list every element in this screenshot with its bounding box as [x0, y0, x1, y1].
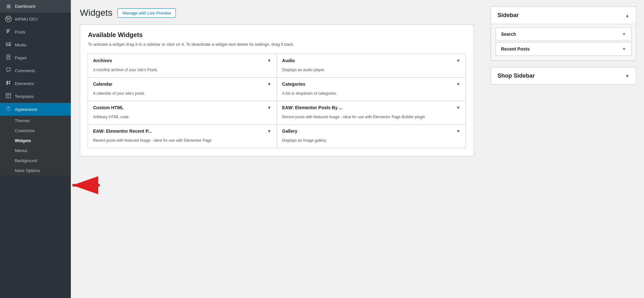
sidebar-item-elementor[interactable]: Elementor [0, 77, 71, 90]
widget-description: A list or dropdown of categories. [277, 91, 466, 101]
sidebar-section-header[interactable]: Sidebar ▲ [491, 7, 636, 24]
sidebar-item-label: Pages [15, 55, 66, 60]
widget-item-gallery[interactable]: Gallery ▼ Displays an image gallery. [277, 124, 466, 148]
submenu-item-themes[interactable]: Themes [0, 116, 71, 126]
sidebar-item-label: Elementor [15, 81, 66, 86]
sidebar-widget-search[interactable]: Search ▼ [496, 27, 631, 41]
widget-header[interactable]: EAW: Elementor Posts By ... ▼ [277, 101, 466, 114]
widget-name: EAW: Elementor Recent P... [93, 129, 152, 134]
submenu-item-widgets[interactable]: Widgets [0, 136, 71, 146]
wpmu-icon: W [5, 16, 12, 22]
submenu-item-background[interactable]: Background [0, 156, 71, 166]
chevron-down-icon: ▼ [456, 129, 460, 134]
submenu-item-neve-options[interactable]: Neve Options [0, 166, 71, 176]
elementor-icon [5, 80, 12, 87]
sidebar-item-templates[interactable]: Templates [0, 90, 71, 103]
sidebar-item-posts[interactable]: Posts [0, 25, 71, 38]
submenu-label: Widgets [15, 138, 31, 143]
right-panel: Sidebar ▲ Search ▼ Recent Posts ▼ Shop S… [483, 0, 644, 298]
sidebar-widgets-list: Search ▼ Recent Posts ▼ [491, 24, 636, 60]
svg-rect-1 [6, 30, 9, 31]
admin-sidebar: ⊞ Dashboard W WPMU DEV Posts Media Pages… [0, 0, 71, 298]
widget-header[interactable]: EAW: Elementor Recent P... ▼ [88, 125, 277, 138]
submenu-item-customize[interactable]: Customize [0, 126, 71, 136]
sidebar-item-media[interactable]: Media [0, 38, 71, 51]
chevron-down-icon: ▼ [267, 82, 271, 87]
submenu-label: Background [15, 158, 37, 163]
widget-header[interactable]: Custom HTML ▼ [88, 101, 277, 114]
chevron-down-icon: ▼ [625, 73, 630, 79]
svg-rect-0 [6, 29, 10, 30]
chevron-down-icon: ▼ [267, 105, 271, 110]
sidebar-item-label: WPMU DEV [15, 17, 66, 22]
shop-sidebar-section: Shop Sidebar ▼ [491, 67, 636, 85]
chevron-down-icon: ▼ [622, 32, 626, 36]
dashboard-icon: ⊞ [5, 3, 12, 9]
submenu-label: Menus [15, 148, 27, 153]
svg-rect-9 [6, 81, 8, 85]
submenu-label: Customize [15, 128, 34, 133]
widget-name: Gallery [282, 129, 297, 134]
available-widgets-section: Available Widgets To activate a widget d… [80, 24, 474, 156]
widget-item-eaw-elementor-posts[interactable]: EAW: Elementor Posts By ... ▼ Recent pos… [277, 101, 466, 125]
sidebar-item-label: Dashboard [15, 4, 66, 9]
widget-name: Custom HTML [93, 105, 124, 110]
shop-sidebar-section-title: Shop Sidebar [497, 72, 535, 79]
templates-icon [5, 93, 12, 100]
widget-item-archives[interactable]: Archives ▼ A monthly archive of your sit… [88, 54, 277, 78]
widget-item-custom-html[interactable]: Custom HTML ▼ Arbitrary HTML code. [88, 101, 277, 125]
widget-item-calendar[interactable]: Calendar ▼ A calendar of your site's pos… [88, 77, 277, 101]
appearance-submenu: Themes Customize Widgets Menus Backgroun… [0, 116, 71, 176]
svg-rect-2 [6, 31, 10, 32]
sidebar-item-comments[interactable]: Comments [0, 64, 71, 77]
chevron-down-icon: ▼ [622, 47, 626, 51]
widget-item-eaw-elementor-recent[interactable]: EAW: Elementor Recent P... ▼ Recent post… [88, 124, 277, 148]
sidebar-item-dashboard[interactable]: ⊞ Dashboard [0, 0, 71, 13]
sidebar-section-title: Sidebar [497, 12, 519, 19]
widget-description: Recent posts with featured image - ideal… [88, 138, 277, 148]
section-title: Available Widgets [88, 31, 466, 39]
widget-header[interactable]: Categories ▼ [277, 78, 466, 91]
widget-description: A calendar of your site's posts. [88, 91, 277, 101]
widget-description: Displays an audio player. [277, 67, 466, 77]
sidebar-widget-recent-posts[interactable]: Recent Posts ▼ [496, 42, 631, 56]
shop-sidebar-section-header[interactable]: Shop Sidebar ▼ [491, 67, 636, 84]
sidebar-item-wpmu-dev[interactable]: W WPMU DEV [0, 13, 71, 25]
widget-header[interactable]: Archives ▼ [88, 54, 277, 67]
widgets-area: Widgets Manage with Live Preview Availab… [71, 0, 483, 298]
manage-live-preview-button[interactable]: Manage with Live Preview [118, 8, 176, 18]
widget-name: Categories [282, 82, 305, 87]
widget-name: Archives [93, 58, 112, 63]
widget-item-audio[interactable]: Audio ▼ Displays an audio player. [277, 54, 466, 78]
comments-icon [5, 67, 12, 74]
widget-description: Recent posts with featured image - ideal… [277, 114, 466, 124]
page-header: Widgets Manage with Live Preview [80, 8, 474, 18]
chevron-up-icon: ▲ [625, 13, 630, 18]
appearance-icon [5, 106, 12, 112]
sidebar-item-label: Media [15, 43, 66, 47]
svg-rect-3 [6, 32, 8, 33]
widget-item-categories[interactable]: Categories ▼ A list or dropdown of categ… [277, 77, 466, 101]
widget-description: Displays an image gallery. [277, 138, 466, 148]
sidebar-item-appearance[interactable]: Appearance [0, 103, 71, 116]
media-icon [5, 42, 12, 48]
widget-grid: Archives ▼ A monthly archive of your sit… [88, 54, 466, 148]
chevron-down-icon: ▼ [456, 82, 460, 87]
submenu-label: Neve Options [15, 168, 40, 173]
chevron-down-icon: ▼ [267, 129, 271, 134]
page-title: Widgets [80, 8, 112, 18]
widget-header[interactable]: Calendar ▼ [88, 78, 277, 91]
pages-icon [5, 54, 12, 61]
sidebar-item-label: Templates [15, 94, 66, 99]
sidebar-widget-section: Sidebar ▲ Search ▼ Recent Posts ▼ [491, 6, 636, 61]
svg-rect-4 [6, 43, 11, 46]
sidebar-item-pages[interactable]: Pages [0, 51, 71, 64]
svg-rect-7 [7, 57, 9, 57]
widget-header[interactable]: Audio ▼ [277, 54, 466, 67]
widget-name: Calendar [93, 82, 112, 87]
svg-rect-12 [6, 93, 11, 98]
widget-name: EAW: Elementor Posts By ... [282, 105, 343, 110]
submenu-item-menus[interactable]: Menus [0, 146, 71, 156]
widget-header[interactable]: Gallery ▼ [277, 125, 466, 138]
sidebar-widget-name: Search [501, 32, 516, 37]
